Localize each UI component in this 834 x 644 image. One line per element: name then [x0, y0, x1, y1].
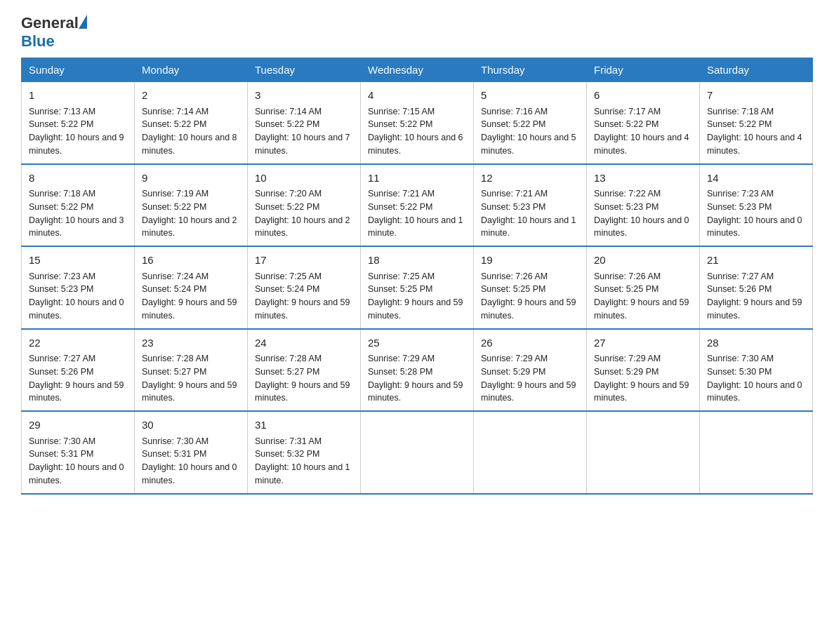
day-number: 5 [481, 88, 579, 104]
sunset-text: Sunset: 5:22 PM [707, 119, 772, 129]
day-number: 19 [481, 253, 579, 269]
calendar-cell [587, 411, 700, 494]
daylight-text: Daylight: 9 hours and 59 minutes. [255, 297, 350, 321]
calendar-cell: 5Sunrise: 7:16 AMSunset: 5:22 PMDaylight… [474, 82, 587, 164]
daylight-text: Daylight: 10 hours and 0 minutes. [707, 380, 802, 403]
calendar-cell: 14Sunrise: 7:23 AMSunset: 5:23 PMDayligh… [700, 164, 813, 247]
day-number: 7 [707, 88, 805, 104]
sunrise-text: Sunrise: 7:18 AM [707, 107, 774, 116]
day-number: 26 [481, 335, 579, 351]
daylight-text: Daylight: 9 hours and 59 minutes. [594, 380, 689, 403]
sunset-text: Sunset: 5:27 PM [255, 367, 319, 377]
calendar-cell: 10Sunrise: 7:20 AMSunset: 5:22 PMDayligh… [248, 164, 361, 247]
calendar-cell: 30Sunrise: 7:30 AMSunset: 5:31 PMDayligh… [135, 411, 248, 494]
day-number: 16 [142, 253, 240, 269]
day-header-saturday: Saturday [700, 58, 813, 82]
sunset-text: Sunset: 5:22 PM [368, 119, 432, 129]
sunset-text: Sunset: 5:30 PM [707, 367, 772, 377]
calendar-cell: 11Sunrise: 7:21 AMSunset: 5:22 PMDayligh… [361, 164, 474, 247]
sunset-text: Sunset: 5:25 PM [594, 284, 658, 294]
calendar-cell: 8Sunrise: 7:18 AMSunset: 5:22 PMDaylight… [22, 164, 135, 247]
calendar-cell: 7Sunrise: 7:18 AMSunset: 5:22 PMDaylight… [700, 82, 813, 164]
sunset-text: Sunset: 5:23 PM [707, 202, 772, 212]
sunrise-text: Sunrise: 7:22 AM [594, 189, 661, 199]
calendar-cell: 4Sunrise: 7:15 AMSunset: 5:22 PMDaylight… [361, 82, 474, 164]
day-header-wednesday: Wednesday [361, 58, 474, 82]
day-header-row: SundayMondayTuesdayWednesdayThursdayFrid… [22, 58, 813, 82]
day-number: 27 [594, 335, 692, 351]
sunset-text: Sunset: 5:31 PM [29, 449, 93, 459]
sunset-text: Sunset: 5:23 PM [29, 284, 93, 294]
daylight-text: Daylight: 9 hours and 59 minutes. [142, 380, 237, 403]
calendar-table: SundayMondayTuesdayWednesdayThursdayFrid… [21, 58, 813, 495]
day-header-monday: Monday [135, 58, 248, 82]
day-number: 1 [29, 88, 127, 104]
day-number: 20 [594, 253, 692, 269]
sunrise-text: Sunrise: 7:31 AM [255, 436, 322, 446]
sunset-text: Sunset: 5:25 PM [481, 284, 545, 294]
sunrise-text: Sunrise: 7:29 AM [481, 354, 548, 363]
sunrise-text: Sunrise: 7:24 AM [142, 271, 208, 281]
day-number: 4 [368, 88, 466, 104]
header: General Blue [21, 14, 813, 51]
sunrise-text: Sunrise: 7:18 AM [29, 189, 95, 199]
calendar-cell: 25Sunrise: 7:29 AMSunset: 5:28 PMDayligh… [361, 329, 474, 412]
daylight-text: Daylight: 9 hours and 59 minutes. [481, 297, 576, 321]
daylight-text: Daylight: 10 hours and 4 minutes. [594, 133, 689, 156]
sunset-text: Sunset: 5:32 PM [255, 449, 319, 459]
week-row-2: 8Sunrise: 7:18 AMSunset: 5:22 PMDaylight… [22, 164, 813, 247]
sunrise-text: Sunrise: 7:26 AM [594, 271, 661, 281]
sunrise-text: Sunrise: 7:21 AM [368, 189, 435, 199]
day-number: 3 [255, 88, 353, 104]
calendar-cell: 12Sunrise: 7:21 AMSunset: 5:23 PMDayligh… [474, 164, 587, 247]
calendar-cell: 1Sunrise: 7:13 AMSunset: 5:22 PMDaylight… [22, 82, 135, 164]
daylight-text: Daylight: 10 hours and 0 minutes. [142, 462, 237, 485]
daylight-text: Daylight: 9 hours and 59 minutes. [255, 380, 350, 403]
sunrise-text: Sunrise: 7:15 AM [368, 107, 435, 116]
logo-triangle-icon [79, 15, 87, 29]
sunset-text: Sunset: 5:26 PM [707, 284, 772, 294]
day-number: 2 [142, 88, 240, 104]
daylight-text: Daylight: 10 hours and 1 minute. [255, 462, 350, 485]
daylight-text: Daylight: 10 hours and 1 minute. [368, 215, 463, 239]
calendar-cell: 17Sunrise: 7:25 AMSunset: 5:24 PMDayligh… [248, 246, 361, 329]
sunset-text: Sunset: 5:26 PM [29, 367, 93, 377]
week-row-5: 29Sunrise: 7:30 AMSunset: 5:31 PMDayligh… [22, 411, 813, 494]
calendar-cell: 29Sunrise: 7:30 AMSunset: 5:31 PMDayligh… [22, 411, 135, 494]
day-header-sunday: Sunday [22, 58, 135, 82]
day-number: 11 [368, 170, 466, 187]
calendar-cell: 21Sunrise: 7:27 AMSunset: 5:26 PMDayligh… [700, 246, 813, 329]
calendar-cell: 26Sunrise: 7:29 AMSunset: 5:29 PMDayligh… [474, 329, 587, 412]
sunset-text: Sunset: 5:27 PM [142, 367, 206, 377]
sunrise-text: Sunrise: 7:23 AM [29, 271, 95, 281]
daylight-text: Daylight: 10 hours and 4 minutes. [707, 133, 802, 156]
daylight-text: Daylight: 10 hours and 2 minutes. [142, 215, 237, 239]
day-number: 22 [29, 335, 127, 351]
sunset-text: Sunset: 5:22 PM [142, 119, 206, 129]
daylight-text: Daylight: 10 hours and 0 minutes. [29, 297, 124, 321]
calendar-cell: 18Sunrise: 7:25 AMSunset: 5:25 PMDayligh… [361, 246, 474, 329]
calendar-cell: 24Sunrise: 7:28 AMSunset: 5:27 PMDayligh… [248, 329, 361, 412]
sunrise-text: Sunrise: 7:25 AM [255, 271, 322, 281]
calendar-cell: 19Sunrise: 7:26 AMSunset: 5:25 PMDayligh… [474, 246, 587, 329]
calendar-cell: 13Sunrise: 7:22 AMSunset: 5:23 PMDayligh… [587, 164, 700, 247]
daylight-text: Daylight: 10 hours and 1 minute. [481, 215, 576, 239]
day-header-thursday: Thursday [474, 58, 587, 82]
day-header-tuesday: Tuesday [248, 58, 361, 82]
sunrise-text: Sunrise: 7:28 AM [255, 354, 322, 363]
daylight-text: Daylight: 9 hours and 59 minutes. [707, 297, 802, 321]
sunrise-text: Sunrise: 7:16 AM [481, 107, 548, 116]
day-number: 10 [255, 170, 353, 187]
day-number: 31 [255, 417, 353, 434]
sunrise-text: Sunrise: 7:27 AM [707, 271, 774, 281]
calendar-cell: 20Sunrise: 7:26 AMSunset: 5:25 PMDayligh… [587, 246, 700, 329]
sunrise-text: Sunrise: 7:29 AM [594, 354, 661, 363]
daylight-text: Daylight: 10 hours and 8 minutes. [142, 133, 237, 156]
sunrise-text: Sunrise: 7:20 AM [255, 189, 322, 199]
daylight-text: Daylight: 9 hours and 59 minutes. [368, 380, 463, 403]
sunset-text: Sunset: 5:29 PM [594, 367, 658, 377]
calendar-cell: 16Sunrise: 7:24 AMSunset: 5:24 PMDayligh… [135, 246, 248, 329]
week-row-4: 22Sunrise: 7:27 AMSunset: 5:26 PMDayligh… [22, 329, 813, 412]
day-number: 12 [481, 170, 579, 187]
sunset-text: Sunset: 5:22 PM [29, 202, 93, 212]
